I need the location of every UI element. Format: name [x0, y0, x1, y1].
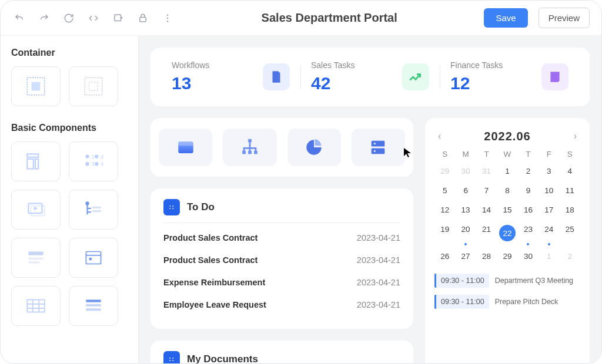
todo-item-date: 2023-04-21 [357, 233, 400, 242]
calendar-day[interactable]: 1 [539, 250, 559, 263]
calendar-day[interactable]: 14 [476, 203, 497, 217]
svg-point-4 [167, 21, 168, 22]
basic-component-tree[interactable] [69, 190, 118, 230]
todo-item[interactable]: Product Sales Contract2023-04-21 [163, 227, 400, 249]
grid-icon: ∷ [163, 351, 180, 363]
svg-rect-10 [27, 159, 34, 169]
calendar-day[interactable]: 15 [497, 203, 517, 217]
quick-action-2[interactable] [223, 129, 276, 166]
calendar-month: 2022.06 [484, 130, 530, 143]
calendar-weekday: F [539, 150, 559, 159]
code-icon[interactable] [86, 11, 101, 25]
todo-item[interactable]: Product Sales Contract2023-04-21 [163, 249, 400, 271]
basic-component-table[interactable] [11, 286, 61, 326]
svg-rect-25 [28, 252, 43, 255]
calendar-day[interactable]: 2 [518, 164, 539, 178]
calendar-event[interactable]: 09:30 - 11:00Department Q3 Meeting [434, 274, 580, 288]
basic-component-list[interactable]: 1234 [69, 141, 118, 181]
svg-rect-9 [27, 154, 38, 157]
container-component-1[interactable] [11, 66, 61, 106]
svg-point-3 [167, 17, 168, 18]
calendar-day[interactable]: 30 [455, 164, 476, 178]
svg-rect-40 [372, 141, 385, 147]
stat-label: Workflows [172, 60, 209, 70]
basic-component-calendar[interactable] [69, 238, 118, 278]
calendar-day[interactable]: 11 [560, 184, 580, 197]
calendar-weekday: M [455, 150, 476, 159]
basic-component-rows[interactable] [69, 286, 118, 326]
calendar-day[interactable]: 31 [476, 164, 497, 178]
calendar-day[interactable]: 3 [539, 164, 559, 178]
stat-value: 13 [172, 73, 209, 93]
calendar-day[interactable]: 20 [455, 223, 476, 244]
calendar-day[interactable]: 8 [497, 184, 517, 197]
svg-rect-26 [28, 258, 43, 259]
calendar-day[interactable]: 1 [497, 164, 517, 178]
save-button[interactable]: Save [484, 8, 527, 28]
calendar-day[interactable]: 17 [539, 203, 559, 217]
calendar-card: ‹ 2022.06 › SMTWTFS293031123456789101112… [425, 118, 590, 363]
calendar-day[interactable]: 5 [434, 184, 455, 197]
topbar: Sales Department Portal Save Preview [1, 1, 601, 36]
calendar-day[interactable]: 29 [497, 250, 517, 263]
calendar-day[interactable]: 30 [518, 250, 539, 263]
calendar-day[interactable]: 24 [539, 223, 559, 244]
lock-icon[interactable] [136, 11, 150, 25]
calendar-day[interactable]: 13 [455, 203, 476, 217]
todo-item-date: 2023-04-21 [357, 278, 400, 287]
undo-icon[interactable] [12, 11, 26, 25]
quick-actions [150, 118, 413, 177]
calendar-day[interactable]: 22 [497, 223, 517, 244]
calendar-day[interactable]: 29 [434, 164, 455, 178]
calendar-day[interactable]: 16 [518, 203, 539, 217]
preview-button[interactable]: Preview [539, 8, 590, 28]
calendar-next[interactable]: › [570, 129, 580, 144]
todo-item[interactable]: Expense Reimbursement2023-04-21 [163, 271, 400, 294]
calendar-day[interactable]: 4 [560, 164, 580, 178]
quick-action-3[interactable] [287, 129, 341, 166]
quick-action-1[interactable] [159, 129, 212, 166]
calendar-day[interactable]: 7 [476, 184, 497, 197]
container-component-2[interactable] [69, 66, 118, 106]
calendar-day[interactable]: 6 [455, 184, 476, 197]
stat-sales[interactable]: Sales Tasks 42 [300, 60, 440, 93]
calendar-day[interactable]: 26 [434, 250, 455, 263]
todo-item[interactable]: Employee Leave Request2023-04-21 [163, 294, 400, 316]
add-component-icon[interactable] [111, 11, 125, 25]
svg-point-13 [85, 162, 89, 166]
stat-value: 12 [450, 73, 503, 93]
calendar-day[interactable]: 9 [518, 184, 539, 197]
calendar-day[interactable]: 18 [560, 203, 580, 217]
svg-rect-29 [89, 258, 92, 260]
basic-component-card[interactable] [11, 238, 61, 278]
svg-rect-33 [86, 308, 101, 311]
calendar-day[interactable]: 25 [560, 223, 580, 244]
documents-card: ∷ My Documents [150, 341, 413, 363]
refresh-icon[interactable] [62, 11, 76, 25]
stat-workflows[interactable]: Workflows 13 [161, 60, 300, 93]
calendar-day[interactable]: 23 [518, 223, 539, 244]
calendar-event[interactable]: 09:30 - 11:00Prepare Pitch Deck [434, 295, 580, 309]
svg-rect-41 [372, 148, 385, 154]
basic-component-layout[interactable] [11, 141, 61, 181]
svg-point-22 [86, 202, 88, 204]
basic-component-video[interactable] [11, 190, 61, 230]
svg-point-43 [374, 150, 376, 152]
calendar-day[interactable]: 27 [455, 250, 476, 263]
calendar-weekday: T [476, 150, 497, 159]
redo-icon[interactable] [37, 11, 51, 25]
calendar-day[interactable]: 28 [476, 250, 497, 263]
quick-action-4[interactable] [352, 129, 405, 166]
more-icon[interactable] [160, 11, 175, 25]
calendar-day[interactable]: 19 [434, 223, 455, 244]
calendar-day[interactable]: 10 [539, 184, 559, 197]
calendar-weekday: S [560, 150, 580, 159]
event-title: Department Q3 Meeting [495, 277, 573, 285]
svg-rect-27 [28, 261, 39, 263]
stat-finance[interactable]: Finance Tasks 12 [440, 60, 579, 93]
canvas[interactable]: Workflows 13 Sales Tasks 42 [139, 36, 601, 363]
calendar-day[interactable]: 12 [434, 203, 455, 217]
calendar-day[interactable]: 21 [476, 223, 497, 244]
calendar-prev[interactable]: ‹ [434, 129, 444, 144]
calendar-day[interactable]: 2 [560, 250, 580, 263]
